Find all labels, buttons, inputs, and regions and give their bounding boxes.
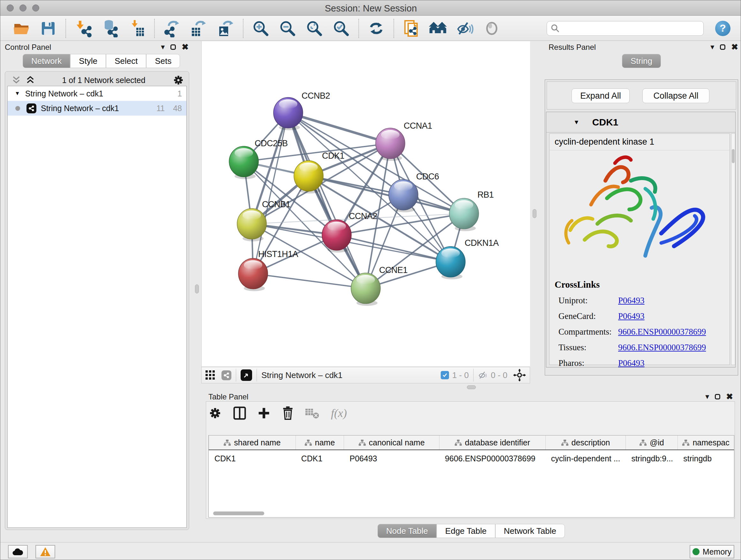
help-button[interactable]: ? xyxy=(715,21,731,36)
crosslink-link[interactable]: 9606.ENSP00000378699 xyxy=(618,327,706,337)
collapse-all-button[interactable]: Collapse All xyxy=(643,88,710,103)
tab-network[interactable]: Network xyxy=(23,54,70,68)
crosslink-link[interactable]: 9606.ENSP00000378699 xyxy=(618,343,706,353)
results-scrollbar-thumb[interactable] xyxy=(732,149,735,163)
table-panel-collapse-icon[interactable]: ▾ xyxy=(705,393,709,400)
column-header-database-identifier[interactable]: database identifier xyxy=(439,435,545,449)
zoom-fit-icon[interactable] xyxy=(305,19,324,38)
table-scrollbar-thumb[interactable] xyxy=(213,511,264,515)
export-table-icon[interactable] xyxy=(190,19,208,38)
results-scrollbar[interactable] xyxy=(731,133,735,365)
results-panel-title: Results Panel xyxy=(549,43,596,51)
table-cell[interactable]: stringdb xyxy=(677,450,734,467)
tab-sets[interactable]: Sets xyxy=(146,54,180,68)
memory-button[interactable]: Memory xyxy=(690,545,734,558)
search-input[interactable] xyxy=(547,21,704,36)
tab-string[interactable]: String xyxy=(622,54,661,68)
tab-style[interactable]: Style xyxy=(70,54,106,68)
crosslink-link[interactable]: P06493 xyxy=(618,296,645,306)
warnings-button[interactable] xyxy=(36,545,55,558)
grid-view-icon[interactable] xyxy=(205,370,215,380)
refresh-icon[interactable] xyxy=(367,19,386,38)
function-builder-icon[interactable]: f(x) xyxy=(331,407,347,420)
tree-collapse-icon[interactable]: ▼ xyxy=(15,90,20,97)
delete-table-icon[interactable] xyxy=(306,408,320,419)
network-canvas[interactable]: CCNB2CCNA1CDC25BCDK1CDC6RB1CCNB1CCNA2CDK… xyxy=(201,41,530,367)
crosslink-link[interactable]: P06493 xyxy=(618,358,645,368)
delete-column-icon[interactable] xyxy=(282,407,294,420)
splitter-handle[interactable] xyxy=(533,209,536,218)
protein-collapse-icon[interactable]: ▼ xyxy=(574,119,580,126)
network-share-icon[interactable] xyxy=(221,370,231,380)
zoom-out-icon[interactable] xyxy=(278,19,297,38)
table-cell[interactable]: CDK1 xyxy=(209,450,295,467)
zoom-selected-icon[interactable] xyxy=(332,19,350,38)
home-icon[interactable] xyxy=(429,19,448,38)
import-network-file-icon[interactable] xyxy=(74,19,92,38)
string-network-graph[interactable]: CCNB2CCNA1CDC25BCDK1CDC6RB1CCNB1CCNA2CDK… xyxy=(202,41,530,367)
import-table-icon[interactable] xyxy=(128,19,146,38)
control-panel-collapse-icon[interactable]: ▾ xyxy=(161,43,165,51)
add-column-icon[interactable] xyxy=(258,407,270,420)
table-cell[interactable]: CDK1 xyxy=(295,450,344,467)
network-node-CDK1: CDK1 xyxy=(294,151,344,193)
splitter-handle[interactable] xyxy=(195,285,199,294)
splitter-handle[interactable] xyxy=(467,385,476,389)
network-tree-root-row[interactable]: ▼ String Network – cdk1 1 xyxy=(8,86,186,101)
network-tree-child-row[interactable]: String Network – cdk1 11 48 xyxy=(8,101,186,116)
tab-node-table-label: Node Table xyxy=(386,526,428,536)
column-header-shared-name[interactable]: shared name xyxy=(209,435,295,449)
tab-edge-table[interactable]: Edge Table xyxy=(436,524,495,538)
tab-node-table[interactable]: Node Table xyxy=(378,524,436,538)
collapse-all-chevrons-icon[interactable] xyxy=(26,76,35,84)
table-cell[interactable]: P06493 xyxy=(344,450,440,467)
column-header-canonical-name[interactable]: canonical name xyxy=(344,435,439,449)
protein-card-header[interactable]: ▼ CDK1 xyxy=(546,112,735,132)
table-panel-float-icon[interactable] xyxy=(715,394,720,399)
show-all-eye-icon[interactable] xyxy=(482,19,501,38)
navigate-crosshair-icon[interactable] xyxy=(513,369,526,381)
network-options-gear-icon[interactable] xyxy=(173,74,184,86)
results-panel-collapse-icon[interactable]: ▾ xyxy=(711,43,714,51)
control-panel-close-icon[interactable]: ✖ xyxy=(182,43,189,51)
table-horizontal-scrollbar[interactable] xyxy=(209,511,734,516)
selected-checkbox-icon[interactable] xyxy=(441,371,449,379)
results-panel-float-icon[interactable] xyxy=(720,44,725,50)
expand-all-chevrons-icon[interactable] xyxy=(12,76,21,84)
export-image-icon[interactable] xyxy=(216,19,235,38)
table-options-gear-icon[interactable] xyxy=(208,407,222,420)
hide-selected-eye-icon[interactable] xyxy=(456,19,474,38)
save-session-icon[interactable] xyxy=(39,19,57,38)
table-cell[interactable]: stringdb:9... xyxy=(625,450,677,467)
zoom-in-icon[interactable] xyxy=(252,19,270,38)
table-panel-close-icon[interactable]: ✖ xyxy=(726,392,733,401)
protein-card-body: cyclin-dependent kinase 1 CrossLinks Un xyxy=(549,133,730,365)
tab-select[interactable]: Select xyxy=(106,54,146,68)
export-network-icon[interactable] xyxy=(163,19,181,38)
tab-network-table[interactable]: Network Table xyxy=(495,524,565,538)
birdseye-view-icon[interactable] xyxy=(241,369,252,381)
expand-all-button[interactable]: Expand All xyxy=(571,88,630,103)
table-cell[interactable]: cyclin-dependent ... xyxy=(545,450,626,467)
column-header-name[interactable]: name xyxy=(295,435,344,449)
crosslinks-title: CrossLinks xyxy=(549,279,730,290)
column-header-description[interactable]: description xyxy=(545,435,626,449)
table-cell[interactable]: 9606.ENSP00000378699 xyxy=(439,450,545,467)
hidden-eye-icon[interactable] xyxy=(478,371,488,380)
app-window: Session: New Session xyxy=(0,0,741,560)
node-table-data-row[interactable]: CDK1CDK1P064939606.ENSP00000378699cyclin… xyxy=(209,450,734,467)
crosslink-label: Pharos: xyxy=(549,358,618,368)
column-header--id[interactable]: @id xyxy=(625,435,677,449)
hierarchy-icon xyxy=(305,440,312,446)
column-header-namespac[interactable]: namespac xyxy=(677,435,734,449)
import-network-database-icon[interactable] xyxy=(101,19,119,38)
crosslink-link[interactable]: P06493 xyxy=(618,311,645,321)
control-panel-float-icon[interactable] xyxy=(171,44,176,50)
protein-structure-image xyxy=(549,150,730,278)
cloud-status-button[interactable] xyxy=(8,545,28,558)
network-view-toolbar: String Network – cdk1 1 - 0 0 - 0 xyxy=(201,367,530,383)
clone-network-icon[interactable] xyxy=(402,19,421,38)
show-columns-icon[interactable] xyxy=(233,407,246,420)
results-panel-close-icon[interactable]: ✖ xyxy=(731,43,738,51)
open-session-icon[interactable] xyxy=(12,19,30,38)
